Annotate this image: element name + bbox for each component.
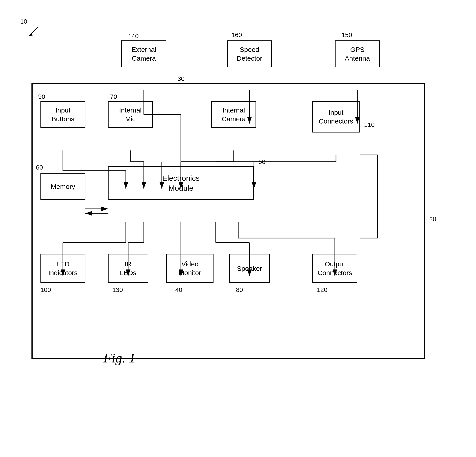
gps-antenna-box: GPSAntenna: [335, 41, 380, 67]
speed-detector-box: SpeedDetector: [227, 41, 272, 67]
output-connectors-box: OutputConnectors: [312, 254, 357, 283]
ref-label-130: 130: [112, 286, 123, 293]
diagram-container: 10 ExternalCamera 140 SpeedDetector 160 …: [14, 14, 459, 418]
ref-label-160: 160: [231, 32, 242, 39]
ref-label-60: 60: [36, 164, 43, 171]
led-indicators-box: LEDIndicators: [41, 254, 85, 283]
ref-label-90: 90: [38, 93, 45, 100]
ir-leds-box: IRLEDs: [108, 254, 148, 283]
ref-10-arrow: [20, 23, 65, 45]
figure-label: Fig. 1: [103, 350, 136, 366]
internal-mic-box: InternalMic: [108, 101, 153, 128]
ref-label-40: 40: [175, 286, 182, 293]
electronics-module-box: ElectronicsModule: [108, 166, 254, 200]
external-camera-box: ExternalCamera: [121, 41, 166, 67]
memory-box: Memory: [41, 173, 85, 200]
ref-label-20: 20: [429, 216, 436, 223]
ref-label-110: 110: [364, 121, 375, 128]
input-connectors-box: InputConnectors: [312, 101, 360, 133]
ref-label-10: 10: [20, 18, 27, 25]
ref-label-70: 70: [110, 93, 117, 100]
ref-label-150: 150: [342, 32, 352, 39]
ref-label-50: 50: [258, 158, 265, 166]
video-monitor-box: VideoMonitor: [166, 254, 213, 283]
ref-label-100: 100: [41, 286, 51, 293]
ref-label-140: 140: [128, 33, 139, 40]
input-buttons-box: InputButtons: [41, 101, 85, 128]
ref-label-120: 120: [317, 286, 327, 293]
ref-label-80: 80: [236, 286, 243, 293]
internal-camera-box: InternalCamera: [211, 101, 256, 128]
speaker-box: Speaker: [229, 254, 270, 283]
ref-label-30: 30: [178, 75, 185, 83]
